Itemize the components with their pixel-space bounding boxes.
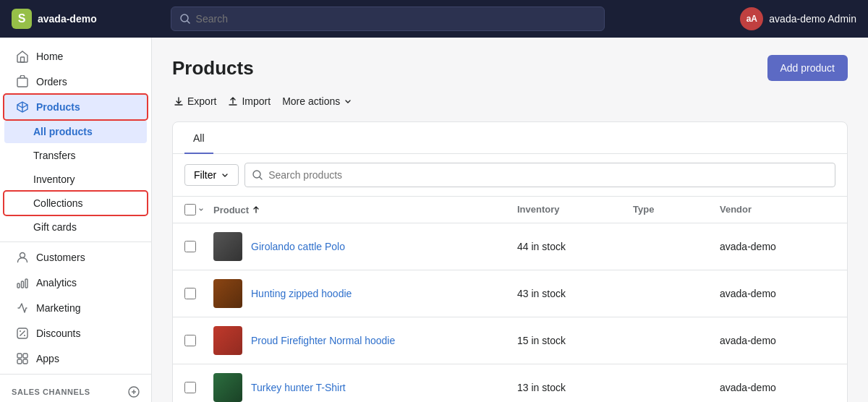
svg-point-24 <box>253 171 260 178</box>
toolbar: Export Import More actions <box>172 93 848 110</box>
sidebar-item-customers[interactable]: Customers <box>4 245 147 270</box>
row-checkbox[interactable] <box>184 335 196 346</box>
import-button[interactable]: Import <box>226 93 272 110</box>
search-box[interactable] <box>171 7 605 31</box>
svg-rect-5 <box>17 283 20 288</box>
product-thumbnail <box>213 279 242 308</box>
vendor-cell: avada-demo <box>720 335 835 346</box>
row-checkbox-cell <box>184 241 213 252</box>
sidebar-item-apps[interactable]: Apps <box>4 346 147 371</box>
row-checkbox-cell <box>184 288 213 299</box>
sort-icon <box>252 205 260 214</box>
product-thumbnail <box>213 373 242 402</box>
table-body: Girolando cattle Polo 44 in stock avada-… <box>173 223 847 402</box>
page-title: Products <box>172 57 254 80</box>
product-link[interactable]: Girolando cattle Polo <box>251 241 345 252</box>
row-checkbox-cell <box>184 382 213 393</box>
add-product-button[interactable]: Add product <box>767 55 848 81</box>
sidebar-item-gift-cards[interactable]: Gift cards <box>4 215 147 239</box>
svg-rect-3 <box>17 78 27 87</box>
product-search-input[interactable] <box>268 169 827 181</box>
apps-icon <box>16 352 29 365</box>
sidebar-item-analytics-label: Analytics <box>36 277 77 288</box>
sidebar-item-products[interactable]: Products ➡ <box>4 95 147 119</box>
svg-rect-13 <box>23 354 27 358</box>
filter-button[interactable]: Filter <box>184 164 239 186</box>
search-icon <box>180 14 190 24</box>
divider-2 <box>0 374 151 375</box>
header-product[interactable]: Product <box>213 204 517 215</box>
sidebar-item-gift-cards-label: Gift cards <box>33 221 77 233</box>
product-link[interactable]: Hunting zipped hoodie <box>251 288 352 299</box>
sidebar-item-marketing[interactable]: Marketing <box>4 296 147 320</box>
analytics-icon <box>16 276 29 289</box>
sidebar-item-analytics[interactable]: Analytics <box>4 270 147 295</box>
discounts-icon <box>16 327 29 340</box>
product-link[interactable]: Proud Firefighter Normal hoodie <box>251 335 395 346</box>
svg-rect-15 <box>23 359 27 364</box>
product-link[interactable]: Turkey hunter T-Shirt <box>251 382 346 393</box>
divider-1 <box>0 241 151 242</box>
sidebar-item-discounts[interactable]: Discounts <box>4 321 147 346</box>
page-header: Products Add product <box>172 55 848 81</box>
sidebar-item-orders[interactable]: Orders <box>4 69 147 94</box>
svg-rect-14 <box>17 359 22 364</box>
svg-point-4 <box>20 253 25 258</box>
product-thumbnail <box>213 326 242 355</box>
table-row: Hunting zipped hoodie 43 in stock avada-… <box>173 270 847 317</box>
sidebar-item-home-label: Home <box>36 51 63 62</box>
search-input[interactable] <box>196 13 595 25</box>
header-inventory: Inventory <box>517 204 633 215</box>
product-table: Product Inventory Type Vendor Girolando … <box>173 197 847 402</box>
product-search[interactable] <box>244 163 835 187</box>
row-checkbox[interactable] <box>184 241 196 252</box>
add-icon[interactable] <box>128 386 140 398</box>
row-checkbox-cell <box>184 335 213 346</box>
product-search-icon <box>252 170 263 180</box>
vendor-cell: avada-demo <box>720 241 835 252</box>
main-content: Products Add product Export Import More … <box>152 38 868 402</box>
sidebar-item-inventory[interactable]: Inventory <box>4 168 147 191</box>
brand[interactable]: S avada-demo <box>12 9 97 29</box>
sidebar-item-home[interactable]: Home <box>4 44 147 69</box>
svg-rect-6 <box>22 281 24 288</box>
sidebar: Home Orders Products ➡ All products Tran… <box>0 38 152 402</box>
select-all-checkbox[interactable] <box>184 204 196 215</box>
sidebar-item-all-products-label: All products <box>33 126 93 137</box>
products-icon <box>16 100 29 114</box>
home-icon <box>16 50 29 63</box>
sidebar-item-transfers-label: Transfers <box>33 150 76 161</box>
filter-row: Filter <box>173 154 847 197</box>
row-checkbox[interactable] <box>184 288 196 299</box>
shopify-logo-icon: S <box>12 9 32 29</box>
inventory-cell: 15 in stock <box>517 335 633 346</box>
tab-all[interactable]: All <box>184 122 213 154</box>
search-area <box>171 7 605 31</box>
customers-icon <box>16 251 29 264</box>
sidebar-item-all-products[interactable]: All products <box>4 120 147 143</box>
user-label: avada-demo Admin <box>769 13 856 25</box>
svg-point-10 <box>20 330 21 332</box>
row-checkbox[interactable] <box>184 382 196 393</box>
top-navigation: S avada-demo aA avada-demo Admin <box>0 0 868 38</box>
body-layout: Home Orders Products ➡ All products Tran… <box>0 38 868 402</box>
sidebar-item-orders-label: Orders <box>36 76 67 87</box>
sidebar-item-products-label: Products <box>36 101 80 113</box>
product-cell: Hunting zipped hoodie <box>213 279 517 308</box>
export-button[interactable]: Export <box>172 93 218 110</box>
svg-rect-12 <box>17 354 22 358</box>
svg-line-1 <box>187 21 190 23</box>
sidebar-item-inventory-label: Inventory <box>33 174 75 185</box>
orders-icon <box>16 75 29 88</box>
svg-line-25 <box>260 177 262 179</box>
header-chevron-icon[interactable] <box>197 206 205 213</box>
sidebar-item-collections[interactable]: Collections ➡ <box>4 192 147 215</box>
inventory-cell: 13 in stock <box>517 382 633 393</box>
sidebar-item-transfers[interactable]: Transfers <box>4 144 147 167</box>
brand-name: avada-demo <box>38 13 97 25</box>
more-actions-button[interactable]: More actions <box>281 93 354 110</box>
product-cell: Turkey hunter T-Shirt <box>213 373 517 402</box>
user-menu[interactable]: aA avada-demo Admin <box>740 7 856 30</box>
table-row: Girolando cattle Polo 44 in stock avada-… <box>173 223 847 270</box>
header-type: Type <box>633 204 720 215</box>
